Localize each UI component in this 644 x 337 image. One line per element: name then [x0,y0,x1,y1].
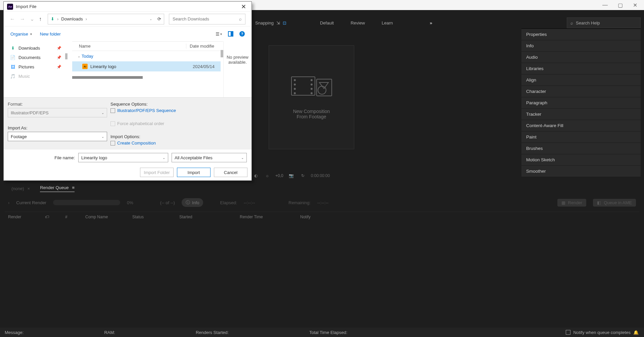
search-help-input[interactable]: ⌕ Search Help [567,17,641,28]
exposure-icon[interactable]: ☼ [264,173,271,178]
nav-history-icon[interactable]: ⌄ [30,16,34,22]
panel-brushes[interactable]: Brushes [521,143,641,154]
search-input[interactable]: Search Downloads ⌕ [169,14,245,24]
file-name: Linearity logo [90,64,116,69]
file-name-input[interactable]: Linearity logo⌄ [78,153,168,162]
col-status: Status [132,215,166,219]
svg-point-7 [311,88,312,90]
expand-icon[interactable]: › [8,200,9,205]
maximize-icon[interactable]: ▢ [618,2,623,8]
files-h-scrollbar[interactable] [72,76,143,79]
elapsed-label: Elapsed: [220,200,237,205]
breadcrumb-location[interactable]: Downloads [61,16,83,21]
panel-motion-sketch[interactable]: Motion Sketch [521,154,641,166]
workspace-review[interactable]: Review [351,20,365,25]
workspace-learn[interactable]: Learn [382,20,393,25]
file-group-today[interactable]: ⌄Today [67,51,223,61]
refresh-icon[interactable]: ⟳ [157,16,161,21]
sidebar-item-pictures[interactable]: 🖼Pictures📌 [4,62,67,71]
import-as-select[interactable]: Footage⌄ [8,132,107,141]
col-hash: # [65,215,72,219]
column-name[interactable]: Name [79,44,186,49]
column-date[interactable]: Date modifie [186,44,216,49]
refresh-icon[interactable]: ↻ [300,173,306,178]
sidebar-item-documents[interactable]: 📄Documents📌 [4,53,67,62]
snap-icon[interactable]: ⇲ [276,20,280,25]
panel-tracker[interactable]: Tracker [521,109,641,120]
pin-icon[interactable]: 📌 [57,55,61,60]
panel-content-aware[interactable]: Content-Aware Fill [521,120,641,131]
queue-ame-button[interactable]: ◧Queue in AME [593,199,636,207]
format-field: Illustrator/PDF/EPS⌄ [8,108,107,117]
file-type-select[interactable]: All Acceptable Files⌄ [172,153,247,162]
search-icon: ⌕ [239,16,242,21]
panels-list: Properties Info Audio Libraries Align Ch… [521,29,641,177]
notify-checkbox[interactable] [566,330,570,335]
snap-bounds-icon[interactable]: ⊡ [283,20,286,25]
breadcrumb[interactable]: ⬇ › Downloads › ⌄ ⟳ [48,14,164,24]
organise-button[interactable]: Organise▾ [10,32,32,37]
help-icon[interactable]: ? [239,31,245,37]
current-render-label: Current Render [16,200,46,205]
time-value: 0:00:00:00 [311,173,330,178]
pin-icon[interactable]: 📌 [57,46,61,50]
col-rtime: Render Time [240,215,287,219]
preview-text: No preview available. [224,55,251,65]
close-tab-icon[interactable]: × [28,186,30,191]
sequence-options-label: Sequence Options: [110,102,178,107]
file-row[interactable]: Ai Linearity logo 2024/05/14 [72,61,221,71]
dialog-title: Import File [16,4,36,9]
files-scrollbar[interactable] [221,50,223,57]
breadcrumb-dropdown-icon[interactable]: ⌄ [149,17,152,21]
sidebar-scrollbar[interactable] [65,53,67,59]
panel-audio[interactable]: Audio [521,52,641,63]
panel-paint[interactable]: Paint [521,131,641,143]
pin-icon[interactable]: 📌 [57,65,61,69]
new-folder-button[interactable]: New folder [40,32,61,37]
search-help-placeholder: Search Help [576,20,600,25]
create-comp-checkbox[interactable]: Create Composition [110,141,178,146]
render-button[interactable]: ▦Render [557,199,587,207]
panel-smoother[interactable]: Smoother [521,166,641,177]
nav-back-icon[interactable]: ← [10,16,15,22]
comp-card-line1: New Composition [293,109,330,114]
remaining-value: --:--:-- [317,200,328,205]
sequence-checkbox[interactable]: Illustrator/PDF/EPS Sequence [110,108,178,113]
download-icon: ⬇ [10,45,16,51]
panel-menu-icon[interactable]: ≡ [72,185,75,190]
panel-paragraph[interactable]: Paragraph [521,97,641,109]
tag-icon: 🏷 [45,215,52,219]
workspace-more-icon[interactable]: » [430,20,432,25]
new-comp-from-footage-card[interactable]: New Composition From Footage [269,45,354,149]
import-folder-button[interactable]: Import Folder [140,168,174,177]
color-icon[interactable]: ◐ [252,173,259,178]
camera-icon[interactable]: 📷 [288,173,295,178]
workspace-default[interactable]: Default [320,20,334,25]
svg-point-6 [311,84,312,85]
sidebar-item-music[interactable]: 🎵Music [4,71,67,81]
import-button[interactable]: Import [177,168,211,177]
dialog-close-icon[interactable]: ✕ [239,3,248,10]
nav-forward-icon[interactable]: → [20,16,25,22]
minimize-icon[interactable]: — [602,2,608,8]
panel-libraries[interactable]: Libraries [521,63,641,74]
info-label[interactable]: Info [192,200,199,205]
view-mode-button[interactable]: ☰ ▾ [216,32,222,37]
panel-info[interactable]: Info [521,40,641,52]
cancel-button[interactable]: Cancel [214,168,247,177]
panel-align[interactable]: Align [521,74,641,86]
tab-render-queue[interactable]: Render Queue [40,185,68,190]
ae-app-icon: Ae [7,4,13,10]
preview-pane-button[interactable] [228,31,233,37]
bell-icon[interactable]: 🔔 [633,330,639,335]
col-started: Started [179,215,226,219]
tab-none[interactable]: (none) [11,186,24,191]
sidebar-item-downloads[interactable]: ⬇Downloads📌 [4,43,67,53]
panel-properties[interactable]: Properties [521,29,641,40]
nav-up-icon[interactable]: ↑ [39,16,42,22]
close-icon[interactable]: ✕ [633,2,637,8]
svg-marker-11 [319,82,328,89]
format-label: Format: [8,102,107,107]
elapsed-value: --:--:-- [244,200,255,205]
panel-character[interactable]: Character [521,86,641,97]
